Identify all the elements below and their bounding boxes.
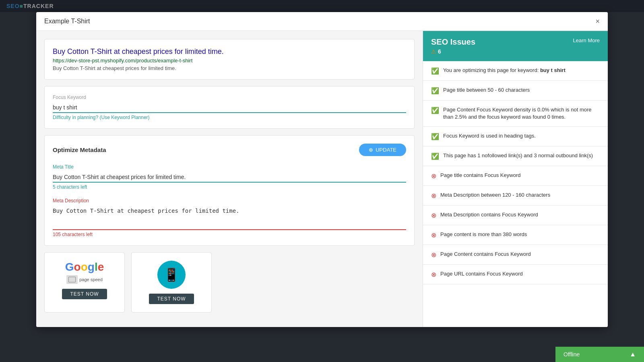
seo-item-content-keyword: ⊗ Page Content contains Focus Keyword xyxy=(423,245,608,265)
preview-card: Buy Cotton T-Shirt at cheapest prices fo… xyxy=(44,39,415,80)
check-icon-1: ✅ xyxy=(431,67,439,75)
update-label: UPDATE xyxy=(376,147,396,153)
focus-keyword-label: Focus Keyword xyxy=(53,95,406,100)
page-speed-label: page speed xyxy=(79,277,103,282)
seo-item-word-count: ⊗ Page content is more than 380 words xyxy=(423,225,608,245)
seo-text-8: Meta Description contains Focus Keyword xyxy=(440,211,538,218)
g-blue2: g xyxy=(88,261,95,273)
mobile-test-button[interactable]: TEST NOW xyxy=(149,294,194,304)
check-icon-5: ✅ xyxy=(431,152,439,160)
mobile-test-card: 📱 TEST NOW xyxy=(131,252,212,313)
close-button[interactable]: × xyxy=(595,18,600,25)
seo-header-left: SEO Issues ⚠ 6 xyxy=(431,37,475,55)
meta-title-section: Meta Title 5 characters left xyxy=(53,164,406,190)
seo-text-9: Page content is more than 380 words xyxy=(440,231,527,238)
meta-description-section: Meta Description 105 characters left xyxy=(53,198,406,237)
keyword-planner-link[interactable]: Difficulty in planning? (Use Keyword Pla… xyxy=(53,115,406,120)
meta-title-label: Meta Title xyxy=(53,164,406,170)
google-test-button[interactable]: TEST NOW xyxy=(62,289,107,299)
seo-text-11: Page URL contains Focus Keyword xyxy=(440,270,523,278)
learn-more-link[interactable]: Learn More xyxy=(573,37,600,43)
focus-keyword-input[interactable] xyxy=(53,103,406,113)
g-red2: e xyxy=(98,261,104,273)
optimize-title: Optimize Metadata xyxy=(53,146,106,153)
meta-description-chars: 105 characters left xyxy=(53,232,406,237)
seo-item-title-length: ✅ Page title between 50 - 60 characters xyxy=(423,81,608,101)
modal-body: Buy Cotton T-Shirt at cheapest prices fo… xyxy=(36,31,608,327)
seo-item-heading-tags: ✅ Focus Keyword is used in heading tags. xyxy=(423,127,608,146)
optimize-header: Optimize Metadata ⊕ UPDATE xyxy=(53,144,406,156)
seo-item-keyword-density: ✅ Page Content Focus Keyword density is … xyxy=(423,101,608,127)
seo-text-5: This page has 1 nofollowed link(s) and 3… xyxy=(443,152,593,159)
error-icon-2: ⊗ xyxy=(431,192,436,200)
meta-title-chars: 5 characters left xyxy=(53,184,406,190)
offline-chevron-icon: ▲ xyxy=(630,351,636,358)
check-icon-2: ✅ xyxy=(431,87,439,95)
seo-title: SEO Issues xyxy=(431,37,475,47)
seo-header: SEO Issues ⚠ 6 Learn More xyxy=(423,31,608,61)
seo-sidebar: SEO Issues ⚠ 6 Learn More ✅ You are opti… xyxy=(423,31,608,327)
modal-overlay: Example T-Shirt × Buy Cotton T-Shirt at … xyxy=(0,0,644,362)
seo-text-1: You are optimizing this page for keyword… xyxy=(443,67,566,74)
g-blue: G xyxy=(65,261,74,273)
warning-icon: ⚠ xyxy=(431,48,436,55)
optimize-metadata-card: Optimize Metadata ⊕ UPDATE Meta Title 5 … xyxy=(44,135,415,246)
preview-title: Buy Cotton T-Shirt at cheapest prices fo… xyxy=(53,47,406,56)
keyword-bold: buy t shirt xyxy=(540,67,566,73)
seo-issues-count: ⚠ 6 xyxy=(431,48,475,55)
seo-text-7: Meta Description between 120 - 160 chara… xyxy=(440,191,550,199)
seo-item-meta-desc-keyword: ⊗ Meta Description contains Focus Keywor… xyxy=(423,206,608,225)
modal-title: Example T-Shirt xyxy=(44,18,90,25)
seo-text-2: Page title between 50 - 60 characters xyxy=(443,86,530,94)
error-icon-6: ⊗ xyxy=(431,271,436,278)
error-icon-1: ⊗ xyxy=(431,172,436,180)
seo-item-title-keyword: ⊗ Page title contains Focus Keyword xyxy=(423,166,608,186)
modal: Example T-Shirt × Buy Cotton T-Shirt at … xyxy=(36,12,608,327)
issues-number: 6 xyxy=(438,48,441,55)
meta-title-input[interactable] xyxy=(53,172,406,183)
seo-item-url-keyword: ⊗ Page URL contains Focus Keyword xyxy=(423,265,608,284)
meta-description-label: Meta Description xyxy=(53,198,406,204)
main-content: Buy Cotton T-Shirt at cheapest prices fo… xyxy=(36,31,423,327)
seo-text-6: Page title contains Focus Keyword xyxy=(440,172,520,179)
g-red: o xyxy=(74,261,81,273)
check-icon-4: ✅ xyxy=(431,133,439,140)
google-pagespeed-card: Google page speed TEST NOW xyxy=(44,252,125,313)
preview-description: Buy Cotton T-Shirt at cheapest prices fo… xyxy=(53,65,406,71)
mobile-icon: 📱 xyxy=(157,261,186,289)
meta-description-input[interactable] xyxy=(53,206,406,230)
update-icon: ⊕ xyxy=(369,147,373,153)
modal-header: Example T-Shirt × xyxy=(36,12,608,31)
seo-text-4: Focus Keyword is used in heading tags. xyxy=(443,132,536,140)
error-icon-5: ⊗ xyxy=(431,251,436,259)
update-button[interactable]: ⊕ UPDATE xyxy=(359,144,406,156)
check-icon-3: ✅ xyxy=(431,107,439,114)
google-logo: Google page speed xyxy=(65,261,104,284)
error-icon-4: ⊗ xyxy=(431,231,436,239)
g-green: l xyxy=(95,261,98,273)
seo-item-outbound-links: ✅ This page has 1 nofollowed link(s) and… xyxy=(423,146,608,166)
offline-label: Offline xyxy=(564,351,580,358)
seo-text-10: Page Content contains Focus Keyword xyxy=(440,251,531,258)
g-yellow: o xyxy=(81,261,88,273)
offline-bar[interactable]: Offline ▲ xyxy=(555,347,644,362)
error-icon-3: ⊗ xyxy=(431,212,436,219)
seo-text-3: Page Content Focus Keyword density is 0.… xyxy=(443,106,600,121)
preview-url: https://dev-store-pst.myshopify.com/prod… xyxy=(53,58,406,64)
seo-item-keyword: ✅ You are optimizing this page for keywo… xyxy=(423,61,608,81)
focus-keyword-card: Focus Keyword Difficulty in planning? (U… xyxy=(44,86,415,129)
seo-item-meta-desc-length: ⊗ Meta Description between 120 - 160 cha… xyxy=(423,186,608,206)
test-cards-section: Google page speed TEST NOW xyxy=(44,252,415,313)
